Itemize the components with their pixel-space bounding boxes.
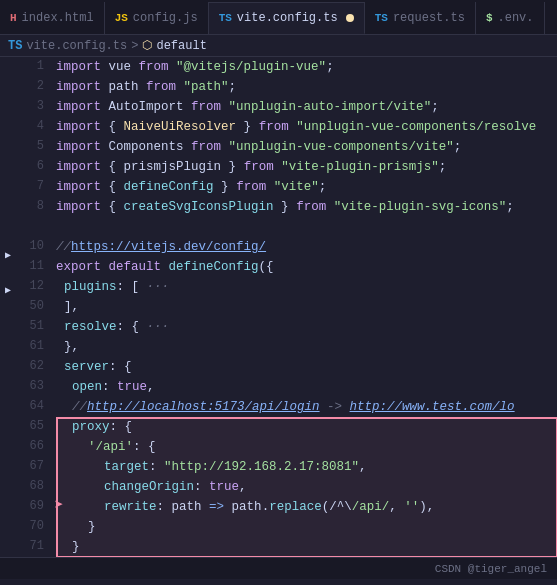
gutter-cell — [0, 264, 16, 281]
gutter-cell — [0, 436, 16, 453]
gutter-cell — [0, 471, 16, 488]
code-line-5: import Components from "unplugin-vue-com… — [56, 137, 557, 157]
gutter-cell — [0, 419, 16, 436]
gutter-cell — [0, 195, 16, 212]
gutter-cell — [0, 126, 16, 143]
code-line-71: } — [56, 537, 557, 557]
tab-bar: H index.html JS config.js TS vite.config… — [0, 0, 557, 35]
line-num: 65 — [24, 417, 44, 437]
unsaved-dot — [346, 14, 354, 22]
gutter-cell — [0, 212, 16, 229]
code-line-63: open: true, — [56, 377, 557, 397]
code-line-64: // http://localhost:5173/api/login -> ht… — [56, 397, 557, 417]
line-num: 63 — [24, 377, 44, 397]
gutter-cell — [0, 540, 16, 557]
line-num: 1 — [24, 57, 44, 77]
js-icon: JS — [115, 12, 128, 24]
editor: ▶ ▶ 1 2 3 4 5 6 7 8 10 11 12 50 51 61 62 — [0, 57, 557, 557]
tab-request-ts[interactable]: TS request.ts — [365, 2, 476, 34]
gutter-cell — [0, 109, 16, 126]
tab-label: config.js — [133, 11, 198, 25]
code-line-68: changeOrigin: true, — [56, 477, 557, 497]
gutter-cell — [0, 522, 16, 539]
line-num: 50 — [24, 297, 44, 317]
tab-config-js[interactable]: JS config.js — [105, 2, 209, 34]
breadcrumb-separator: > — [131, 39, 138, 53]
line-num: 8 — [24, 197, 44, 217]
env-icon: $ — [486, 12, 493, 24]
line-num: 69 — [24, 497, 44, 517]
line-num: 12 — [24, 277, 44, 297]
line-num: 2 — [24, 77, 44, 97]
tab-label: index.html — [22, 11, 94, 25]
line-num: 66 — [24, 437, 44, 457]
code-line-69: ➤ rewrite: path => path.replace(/^\/api/… — [56, 497, 557, 517]
gutter-cell — [0, 74, 16, 91]
gutter-cell — [0, 316, 16, 333]
gutter-cell — [0, 229, 16, 246]
gutter-cell — [0, 143, 16, 160]
line-num — [24, 217, 44, 237]
code-content: import vue from "@vitejs/plugin-vue"; im… — [52, 57, 557, 557]
status-bar: CSDN @tiger_angel — [0, 557, 557, 579]
line-num: 51 — [24, 317, 44, 337]
line-num: 6 — [24, 157, 44, 177]
gutter-cell — [0, 505, 16, 522]
breadcrumb-file: vite.config.ts — [26, 39, 127, 53]
breadcrumb-icon-obj: ⬡ — [142, 38, 152, 53]
gutter-cell — [0, 402, 16, 419]
code-line-67: target: "http://192.168.2.17:8081", — [56, 457, 557, 477]
gutter-cell — [0, 178, 16, 195]
tab-vite-config-ts[interactable]: TS vite.config.ts — [209, 2, 365, 34]
line-num: 11 — [24, 257, 44, 277]
code-line-70: } — [56, 517, 557, 537]
line-num: 4 — [24, 117, 44, 137]
code-line-7: import { defineConfig } from "vite"; — [56, 177, 557, 197]
gutter-cell — [0, 367, 16, 384]
gutter-cell — [0, 384, 16, 401]
code-line-blank — [56, 217, 557, 237]
code-line-66: '/api': { — [56, 437, 557, 457]
ts-icon: TS — [219, 12, 232, 24]
line-num: 3 — [24, 97, 44, 117]
line-num: 70 — [24, 517, 44, 537]
gutter-collapse-resolve[interactable]: ▶ — [0, 281, 16, 298]
gutter-cell — [0, 350, 16, 367]
breadcrumb: TS vite.config.ts > ⬡ default — [0, 35, 557, 57]
gutter-cell — [0, 298, 16, 315]
code-line-61: }, — [56, 337, 557, 357]
code-line-62: server: { — [56, 357, 557, 377]
tab-index-html[interactable]: H index.html — [0, 2, 105, 34]
code-line-2: import path from "path"; — [56, 77, 557, 97]
tab-label: vite.config.ts — [237, 11, 338, 25]
line-num: 10 — [24, 237, 44, 257]
line-num: 62 — [24, 357, 44, 377]
line-num: 64 — [24, 397, 44, 417]
line-num: 67 — [24, 457, 44, 477]
arrow-icon: ➤ — [54, 497, 64, 517]
code-line-50: ], — [56, 297, 557, 317]
gutter-cell — [0, 160, 16, 177]
tab-label: request.ts — [393, 11, 465, 25]
line-num: 61 — [24, 337, 44, 357]
gutter-cell — [0, 453, 16, 470]
code-line-8: import { createSvgIconsPlugin } from "vi… — [56, 197, 557, 217]
gutter-cell — [0, 488, 16, 505]
gutter: ▶ ▶ — [0, 57, 16, 557]
gutter-collapse-plugins[interactable]: ▶ — [0, 247, 16, 264]
line-num: 7 — [24, 177, 44, 197]
line-numbers: 1 2 3 4 5 6 7 8 10 11 12 50 51 61 62 63 … — [16, 57, 52, 557]
code-line-6: import { prismjsPlugin } from "vite-plug… — [56, 157, 557, 177]
tab-label: .env. — [498, 11, 534, 25]
code-line-3: import AutoImport from "unplugin-auto-im… — [56, 97, 557, 117]
code-line-12: plugins: [ ··· — [56, 277, 557, 297]
line-num: 5 — [24, 137, 44, 157]
html-icon: H — [10, 12, 17, 24]
code-line-65: proxy: { — [56, 417, 557, 437]
gutter-cell — [0, 333, 16, 350]
tab-env[interactable]: $ .env. — [476, 2, 545, 34]
code-line-1: import vue from "@vitejs/plugin-vue"; — [56, 57, 557, 77]
code-line-10: // https://vitejs.dev/config/ — [56, 237, 557, 257]
code-line-4: import { NaiveUiResolver } from "unplugi… — [56, 117, 557, 137]
ts-icon: TS — [375, 12, 388, 24]
